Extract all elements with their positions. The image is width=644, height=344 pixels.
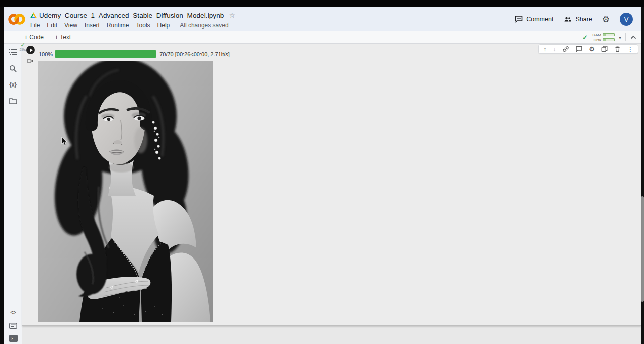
- letterbox-top: [0, 0, 644, 7]
- progress-percent: 100%: [39, 51, 53, 57]
- command-palette-icon[interactable]: [9, 321, 18, 330]
- resources-indicator[interactable]: RAM Disk: [592, 33, 615, 42]
- share-people-icon: [564, 15, 572, 23]
- table-of-contents-icon[interactable]: [9, 48, 18, 57]
- app-header: Udemy_Course_1_Advanced_Stable_Diffusion…: [4, 7, 641, 31]
- move-cell-up-button[interactable]: ↑: [543, 46, 546, 52]
- disk-gauge: [603, 38, 615, 41]
- menu-tools[interactable]: Tools: [136, 22, 150, 29]
- comment-button[interactable]: Comment: [515, 15, 553, 23]
- code-snippets-icon[interactable]: <>: [9, 308, 18, 317]
- notebook-area: ✓ 29s 100% 70/70 [00:26<00:00, 2.71it/s]: [22, 44, 641, 344]
- letterbox-right: [641, 7, 644, 344]
- settings-gear-icon[interactable]: ⚙: [602, 15, 610, 24]
- menu-insert[interactable]: Insert: [85, 22, 100, 29]
- output-actions-icon[interactable]: [27, 58, 34, 64]
- tqdm-progress: 100% 70/70 [00:26<00:00, 2.71it/s]: [39, 50, 230, 58]
- comment-icon: [515, 15, 523, 23]
- menu-runtime[interactable]: Runtime: [107, 22, 129, 29]
- avatar[interactable]: V: [620, 13, 633, 26]
- mirror-cell-icon[interactable]: [601, 46, 608, 52]
- menu-view[interactable]: View: [64, 22, 77, 29]
- left-sidebar: {x} <> >_: [4, 44, 22, 344]
- output-image: [38, 61, 213, 322]
- colab-window: Udemy_Course_1_Advanced_Stable_Diffusion…: [4, 7, 641, 344]
- files-folder-icon[interactable]: [9, 96, 18, 105]
- comment-label: Comment: [526, 16, 553, 23]
- star-icon[interactable]: ☆: [229, 11, 235, 19]
- notebook-title[interactable]: Udemy_Course_1_Advanced_Stable_Diffusion…: [39, 12, 224, 19]
- progress-bar-fill: [55, 50, 156, 58]
- header-actions: Comment Share ⚙ V: [515, 7, 636, 31]
- progress-bar: [55, 50, 156, 58]
- terminal-icon[interactable]: >_: [9, 335, 18, 342]
- drive-icon: [30, 12, 37, 18]
- ram-label: RAM: [592, 33, 601, 37]
- share-label: Share: [575, 16, 592, 23]
- ram-gauge: [603, 33, 615, 36]
- menu-bar: File Edit View Insert Runtime Tools Help…: [30, 21, 235, 29]
- add-code-button[interactable]: + Code: [24, 34, 44, 41]
- add-comment-icon[interactable]: [576, 46, 582, 52]
- resources-caret-icon[interactable]: ▾: [619, 35, 621, 40]
- menu-file[interactable]: File: [30, 22, 40, 29]
- cell-settings-gear-icon[interactable]: ⚙: [589, 46, 595, 52]
- share-button[interactable]: Share: [564, 15, 592, 23]
- menu-help[interactable]: Help: [157, 22, 170, 29]
- search-icon[interactable]: [9, 64, 18, 73]
- header-left: Udemy_Course_1_Advanced_Stable_Diffusion…: [7, 7, 235, 31]
- letterbox-left: [0, 7, 4, 344]
- notebook-toolbar: + Code + Text ✓ RAM Disk ▾: [4, 31, 641, 44]
- more-cell-actions-icon[interactable]: ⋮: [627, 46, 633, 52]
- save-status-link[interactable]: All changes saved: [180, 22, 228, 29]
- move-cell-down-button[interactable]: ↓: [553, 46, 556, 52]
- page-scrollbar[interactable]: [641, 196, 644, 302]
- variables-icon[interactable]: {x}: [9, 80, 18, 89]
- play-icon: [30, 48, 33, 52]
- delete-cell-icon[interactable]: [614, 46, 621, 52]
- run-cell-button[interactable]: [26, 46, 35, 54]
- add-text-button[interactable]: + Text: [55, 34, 71, 41]
- cell-toolbar: ↑ ↓ ⚙: [538, 44, 638, 54]
- progress-stats: 70/70 [00:26<00:00, 2.71it/s]: [159, 51, 230, 57]
- link-cell-icon[interactable]: [562, 46, 569, 52]
- execution-check-icon: ✓: [17, 42, 28, 47]
- menu-edit[interactable]: Edit: [47, 22, 57, 29]
- collapse-header-icon[interactable]: [630, 34, 637, 41]
- disk-label: Disk: [592, 38, 601, 42]
- sidebar-bottom: <> >_: [4, 308, 22, 342]
- toolbar-divider: [625, 33, 626, 41]
- below-cell-area[interactable]: [22, 326, 641, 344]
- title-block: Udemy_Course_1_Advanced_Stable_Diffusion…: [30, 7, 235, 29]
- colab-logo-icon[interactable]: [7, 13, 26, 26]
- connected-check-icon: ✓: [582, 34, 588, 41]
- code-cell[interactable]: ✓ 29s 100% 70/70 [00:26<00:00, 2.71it/s]: [22, 44, 641, 326]
